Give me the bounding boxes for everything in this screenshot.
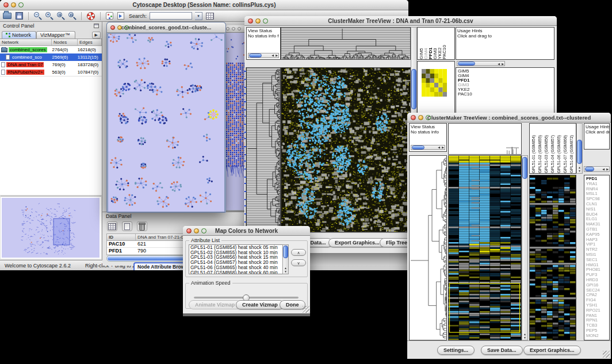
network-view-window[interactable]: combined_scores_good.txt--cluste... [106,22,226,213]
scroll-right-icon[interactable]: ▶ [606,167,609,171]
minimize-icon[interactable] [255,18,261,24]
gene-label[interactable]: SEC1 [586,258,609,263]
gene-label[interactable]: PFD1 [458,78,554,83]
close-icon[interactable] [186,228,192,233]
network-table-row[interactable]: combined_scores2764(0)16218(0) [0,46,102,53]
gene-label[interactable]: NIS1 [586,207,609,212]
column-header-id[interactable]: ID [107,234,136,240]
scroll-left-icon[interactable]: ◀ [438,145,440,150]
scroll-right-icon[interactable]: ▶ [442,145,444,150]
gene-label[interactable]: SPC98 [586,197,609,202]
maximize-icon[interactable] [426,115,431,120]
zoom-heatmap-panel[interactable] [529,175,576,340]
gene-label[interactable]: ELG1 [586,217,609,222]
gene-label[interactable]: PEP5 [586,328,609,334]
scrollbar-thumb[interactable] [458,62,475,66]
animate-vizmap-button[interactable]: Animate Vizmap [189,300,241,309]
gene-label[interactable]: YRA1 [586,182,609,187]
minimize-icon[interactable] [194,228,199,233]
close-icon[interactable] [226,27,230,30]
gene-label[interactable]: GIM5 [458,69,554,74]
gene-label[interactable]: PAN1 [586,313,609,319]
attribute-list-vscrollbar[interactable]: ▲ ▼ [282,244,289,274]
scroll-down-icon[interactable]: ▼ [283,270,288,273]
gene-label[interactable]: MSI1 [586,252,609,258]
view-status-hscrollbar[interactable]: ◀ ▶ [248,53,279,58]
gene-label[interactable]: GPI16 [586,283,609,288]
gene-list-hscrollbar[interactable]: ◀ ▶ [457,61,505,66]
minimize-icon[interactable] [232,27,235,30]
zoom-out-button[interactable]: − [33,12,42,20]
gene-label[interactable]: VIP1 [586,242,609,247]
gene-label[interactable]: FIG4 [586,298,609,303]
column-label[interactable]: GPL51-08 (GSM872) [569,124,576,173]
gene-label[interactable]: SEC24 [586,288,609,293]
search-dropdown-arrow[interactable]: ▼ [195,12,202,20]
scrollbar-thumb[interactable] [585,167,594,171]
gene-label[interactable]: TCB3 [586,323,609,328]
scroll-left-icon[interactable]: ◀ [602,167,605,171]
scrollbar-thumb[interactable] [283,246,288,258]
minimize-icon[interactable] [117,25,122,30]
network-table-row[interactable]: combined_sco2569(6)13112(15) [0,53,102,61]
scrollbar-thumb[interactable] [412,145,424,150]
row-dendrogram-panel[interactable] [246,67,281,232]
zoom-selected-button[interactable] [68,12,76,20]
close-icon[interactable] [110,25,115,30]
settings-button[interactable]: Settings... [437,346,475,355]
column-header-edges[interactable]: Edges [78,39,102,45]
scrollbar-thumb[interactable] [522,157,527,179]
move-down-button[interactable]: ∨ [291,259,306,266]
search-input[interactable] [150,12,192,20]
gene-label[interactable]: YSH1 [586,303,609,308]
save-button[interactable] [15,11,24,21]
zoom-fit-button[interactable] [56,12,65,20]
heatmap-vscrollbar[interactable]: ▲ ▼ [522,155,528,340]
tab-network[interactable]: Network [2,31,36,39]
gene-label[interactable]: MON2 [586,334,609,339]
gene-label[interactable]: CPA2 [586,293,609,298]
column-label[interactable]: GIM5 [419,28,424,59]
gene-label[interactable]: PFD1 [586,177,609,182]
scrollbar-thumb[interactable] [249,53,262,58]
gene-label[interactable]: PAC10 [458,92,554,97]
treeview2-titlebar[interactable]: ClusterMaker TreeView : combined_scores_… [407,113,611,122]
column-dendrogram-panel[interactable] [448,123,522,155]
gene-list-hscrollbar[interactable]: ◀ ▶ [584,166,610,172]
main-titlebar[interactable]: Cytoscape Desktop (Session Name: collins… [0,0,408,10]
gene-label[interactable]: BUD4 [586,212,609,217]
scrollbar-thumb[interactable] [411,69,416,109]
column-label[interactable]: GPL51-04 (GSM857) [550,124,557,173]
tab-overflow-button[interactable]: ▶ [92,32,101,39]
minimize-icon[interactable] [11,2,16,7]
animation-speed-slider[interactable] [194,297,299,298]
scroll-down-icon[interactable]: ▼ [577,169,582,173]
delete-attribute-button[interactable] [137,221,147,231]
zoom-in-button[interactable]: + [45,12,53,20]
scrollbar-thumb[interactable] [577,140,582,164]
create-vizmap-button[interactable]: Create Vizmap [236,300,284,309]
column-label[interactable]: GPL51-07 (GSM868) [563,124,569,173]
new-attribute-button[interactable] [122,221,132,231]
gene-label[interactable]: GIM4 [458,74,554,78]
scroll-left-icon[interactable]: ◀ [498,62,500,66]
gene-label[interactable]: CLN1 [586,202,609,207]
attribute-listbox[interactable]: GPL51-01 (GSM854) heat shock 05 minGPL51… [189,244,289,274]
network-window-titlebar[interactable]: combined_scores_good.txt--cluste... [107,22,225,33]
gene-label[interactable]: RPN1 [586,318,609,323]
column-label[interactable]: GIM4 [424,28,429,59]
column-label[interactable]: GPL51-01 (GSM854) [531,124,538,173]
gene-label[interactable]: HRD3 [586,278,609,283]
tab-vizmapper[interactable]: VizMapper™ [36,31,75,39]
resize-grip[interactable] [603,351,610,358]
vizmapper-button[interactable] [105,11,114,21]
column-label[interactable]: YKE2 [438,28,442,59]
annotation-button[interactable] [117,11,125,21]
column-label[interactable]: GIM3 [433,28,438,59]
gene-label[interactable]: GTB1 [586,227,609,232]
network-table-row[interactable]: DNA and Tran 07769(0)183728(0) [0,61,102,68]
close-icon[interactable] [248,18,253,24]
network-overview-canvas[interactable] [2,198,100,258]
treeview1-titlebar[interactable]: ClusterMaker TreeView : DNA and Tran 07-… [244,16,557,26]
column-header-network[interactable]: Network [0,39,52,45]
